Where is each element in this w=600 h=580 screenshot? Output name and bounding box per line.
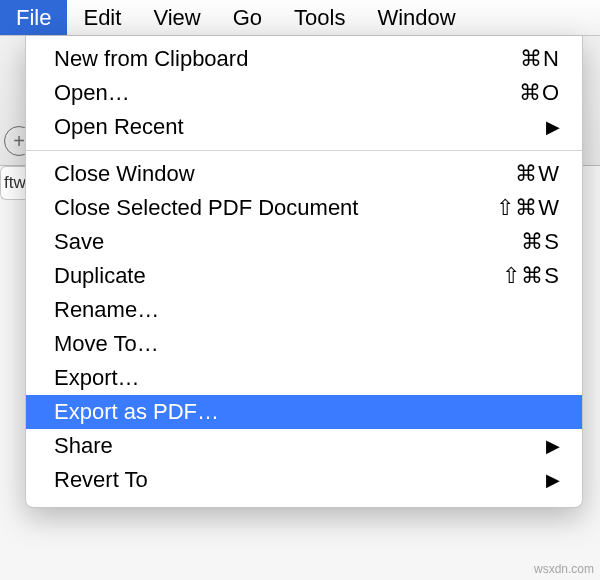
menu-item-export-as-pdf[interactable]: Export as PDF…	[26, 395, 582, 429]
menu-item-shortcut: ⌘S	[521, 229, 560, 255]
menu-item-share[interactable]: Share ▶	[26, 429, 582, 463]
menu-item-export[interactable]: Export…	[26, 361, 582, 395]
file-menu-dropdown: New from Clipboard ⌘N Open… ⌘O Open Rece…	[25, 36, 583, 508]
submenu-arrow-icon: ▶	[546, 435, 560, 457]
menu-item-label: Duplicate	[54, 263, 502, 289]
menu-item-rename[interactable]: Rename…	[26, 293, 582, 327]
menu-item-new-from-clipboard[interactable]: New from Clipboard ⌘N	[26, 42, 582, 76]
menu-item-open-recent[interactable]: Open Recent ▶	[26, 110, 582, 144]
menu-item-shortcut: ⌘N	[520, 46, 560, 72]
menu-item-save[interactable]: Save ⌘S	[26, 225, 582, 259]
menu-item-duplicate[interactable]: Duplicate ⇧⌘S	[26, 259, 582, 293]
menubar-item-file[interactable]: File	[0, 0, 67, 35]
submenu-arrow-icon: ▶	[546, 116, 560, 138]
menu-item-label: Export…	[54, 365, 560, 391]
menu-item-close-window[interactable]: Close Window ⌘W	[26, 157, 582, 191]
menubar-item-view[interactable]: View	[137, 0, 216, 35]
menu-item-label: Close Window	[54, 161, 515, 187]
menu-item-label: Save	[54, 229, 521, 255]
menubar: File Edit View Go Tools Window	[0, 0, 600, 36]
menu-item-move-to[interactable]: Move To…	[26, 327, 582, 361]
menubar-item-tools[interactable]: Tools	[278, 0, 361, 35]
menu-item-label: Move To…	[54, 331, 560, 357]
menu-item-label: New from Clipboard	[54, 46, 520, 72]
menu-item-revert-to[interactable]: Revert To ▶	[26, 463, 582, 497]
menu-item-shortcut: ⇧⌘S	[502, 263, 560, 289]
menubar-item-edit[interactable]: Edit	[67, 0, 137, 35]
menu-item-label: Open…	[54, 80, 519, 106]
menu-item-label: Close Selected PDF Document	[54, 195, 496, 221]
menu-item-open[interactable]: Open… ⌘O	[26, 76, 582, 110]
menu-item-close-selected-pdf[interactable]: Close Selected PDF Document ⇧⌘W	[26, 191, 582, 225]
menu-item-label: Export as PDF…	[54, 399, 560, 425]
menubar-item-go[interactable]: Go	[217, 0, 278, 35]
menu-item-label: Revert To	[54, 467, 546, 493]
menu-item-shortcut: ⌘O	[519, 80, 560, 106]
menu-item-label: Rename…	[54, 297, 560, 323]
menubar-item-window[interactable]: Window	[361, 0, 471, 35]
menu-item-shortcut: ⌘W	[515, 161, 560, 187]
watermark: wsxdn.com	[534, 562, 594, 576]
submenu-arrow-icon: ▶	[546, 469, 560, 491]
menu-item-shortcut: ⇧⌘W	[496, 195, 560, 221]
menu-item-label: Share	[54, 433, 546, 459]
menu-item-label: Open Recent	[54, 114, 546, 140]
menu-separator	[26, 150, 582, 151]
